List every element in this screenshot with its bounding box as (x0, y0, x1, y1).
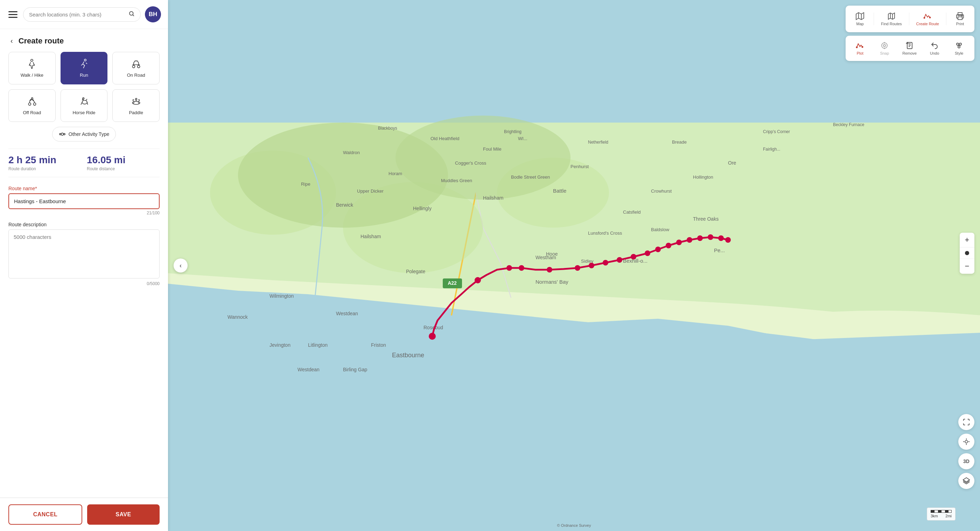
svg-text:Bodle Street Green: Bodle Street Green (511, 174, 550, 180)
search-button[interactable] (129, 11, 135, 19)
sidebar-footer: CANCEL SAVE (0, 498, 168, 531)
svg-text:Ore: Ore (728, 160, 737, 166)
svg-text:Brightling: Brightling (504, 129, 522, 134)
map-btn-label: Map (856, 22, 864, 26)
location-button[interactable] (958, 434, 974, 450)
undo-label: Undo (930, 51, 939, 55)
activity-label-off-road: Off Road (23, 110, 41, 115)
route-description-textarea[interactable] (8, 230, 160, 279)
activity-btn-walk-hike[interactable]: Walk / Hike (8, 52, 56, 85)
plot-label: Plot (857, 51, 864, 55)
activity-btn-paddle[interactable]: Paddle (112, 89, 160, 122)
find-routes-button[interactable]: Find Routes (875, 9, 907, 29)
svg-point-6 (29, 103, 31, 105)
print-label: Print (956, 22, 964, 26)
svg-text:Battle: Battle (553, 188, 566, 194)
route-name-input[interactable] (8, 193, 160, 209)
svg-text:Normans' Bay: Normans' Bay (536, 279, 568, 285)
scale-mi: 2mi (945, 514, 951, 518)
back-button[interactable]: ‹ (8, 36, 15, 46)
fullscreen-button[interactable] (958, 414, 974, 430)
svg-point-77 (575, 265, 580, 271)
svg-text:Litlington: Litlington (308, 342, 328, 348)
route-description-char-count: 0/5000 (8, 281, 160, 286)
svg-text:Fairligh...: Fairligh... (763, 147, 780, 151)
svg-text:Hollington: Hollington (693, 174, 713, 180)
hamburger-button[interactable] (7, 10, 19, 19)
undo-button[interactable]: Undo (922, 38, 947, 58)
route-description-label: Route description (8, 222, 160, 227)
svg-point-109 (956, 43, 959, 45)
svg-text:Hellingly: Hellingly (413, 206, 431, 211)
print-button[interactable]: Print (948, 9, 972, 29)
svg-marker-91 (856, 13, 864, 20)
svg-text:WI...: WI... (518, 136, 527, 141)
zoom-in-button[interactable]: + (960, 233, 974, 247)
svg-text:Wilmington: Wilmington (269, 293, 294, 299)
svg-text:Baldslow: Baldslow (651, 227, 670, 232)
route-name-char-count: 21/100 (8, 210, 160, 215)
svg-point-8 (32, 98, 33, 99)
route-description-group: Route description 0/5000 (8, 222, 160, 286)
zoom-indicator (965, 251, 969, 255)
scale-bar: 3km 2mi (927, 507, 956, 520)
zoom-controls: + − (960, 233, 974, 274)
remove-label: Remove (902, 51, 916, 55)
svg-text:Horam: Horam (388, 171, 402, 176)
svg-text:Cripp's Corner: Cripp's Corner (763, 129, 790, 134)
save-button[interactable]: SAVE (87, 504, 160, 525)
layers-button[interactable] (958, 473, 974, 489)
attribution: © Ordnance Survey (557, 523, 591, 528)
route-stats: 2 h 25 min Route duration 16.05 mi Route… (8, 148, 160, 177)
map-back-button[interactable]: ‹ (173, 258, 188, 273)
svg-point-7 (33, 103, 36, 105)
activity-label-paddle: Paddle (129, 110, 143, 115)
create-route-button[interactable]: Create Route (911, 9, 945, 29)
svg-point-73 (475, 277, 481, 283)
svg-point-22 (396, 116, 571, 200)
svg-point-12 (135, 99, 137, 100)
avatar[interactable]: BH (145, 6, 161, 22)
3d-button[interactable]: 3D (958, 453, 974, 469)
zoom-out-button[interactable]: − (960, 259, 974, 274)
svg-point-74 (506, 265, 512, 271)
map-button[interactable]: Map (848, 9, 872, 29)
activity-btn-on-road[interactable]: On Road (112, 52, 160, 85)
svg-rect-97 (958, 17, 962, 20)
svg-point-95 (930, 17, 931, 18)
svg-point-75 (519, 265, 524, 271)
activity-btn-off-road[interactable]: Off Road (8, 89, 56, 122)
svg-text:Crowhurst: Crowhurst (651, 188, 672, 194)
svg-point-80 (617, 257, 622, 263)
svg-point-78 (589, 263, 594, 268)
svg-line-1 (133, 15, 134, 16)
svg-point-85 (676, 239, 682, 245)
style-button[interactable]: Style (947, 38, 971, 58)
route-distance-block: 16.05 mi Route distance (87, 155, 160, 171)
remove-button[interactable]: Remove (897, 38, 922, 58)
route-name-label: Route name* (8, 186, 160, 191)
search-input[interactable] (29, 11, 126, 18)
svg-text:Penhurst: Penhurst (571, 164, 589, 169)
svg-text:Jevington: Jevington (269, 342, 291, 348)
sidebar-header: BH (0, 0, 168, 29)
svg-text:Cogger's Cross: Cogger's Cross (455, 160, 487, 166)
svg-point-9 (82, 100, 87, 104)
svg-text:Foul Mile: Foul Mile (483, 147, 501, 151)
snap-label: Snap (880, 51, 889, 55)
svg-point-5 (137, 65, 140, 68)
svg-text:Lunsford's Cross: Lunsford's Cross (588, 230, 622, 236)
svg-text:Birling Gap: Birling Gap (343, 367, 367, 372)
svg-point-82 (645, 250, 650, 256)
other-activity-button[interactable]: Other Activity Type (52, 127, 116, 142)
activity-btn-run[interactable]: Run (60, 52, 108, 85)
map-toolbar: Map Find Routes Create Route (846, 6, 974, 61)
snap-button[interactable]: Snap (872, 38, 897, 58)
route-duration-label: Route duration (8, 166, 81, 171)
svg-text:Upper Dicker: Upper Dicker (357, 188, 384, 194)
activity-btn-horse-ride[interactable]: Horse Ride (60, 89, 108, 122)
cancel-button[interactable]: CANCEL (8, 504, 82, 525)
svg-text:Friston: Friston (371, 342, 386, 348)
activity-label-horse-ride: Horse Ride (72, 110, 95, 115)
plot-button[interactable]: Plot (848, 38, 872, 58)
